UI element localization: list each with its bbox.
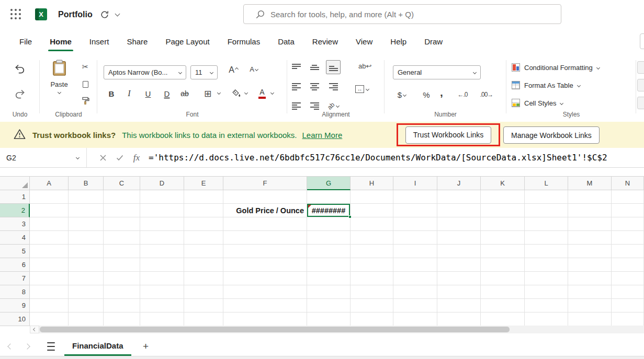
cell-M2[interactable] (568, 204, 612, 217)
cell-A2[interactable] (30, 204, 69, 217)
cell-C3[interactable] (104, 217, 140, 231)
cell-J9[interactable] (437, 299, 481, 312)
cell-I5[interactable] (393, 245, 437, 258)
cell-G9[interactable] (307, 299, 351, 312)
cell-M4[interactable] (568, 231, 612, 245)
cell-L3[interactable] (525, 217, 568, 231)
cell-B7[interactable] (69, 272, 104, 285)
cell-I1[interactable] (393, 190, 437, 204)
cell-M9[interactable] (568, 299, 612, 312)
cell-E10[interactable] (184, 312, 223, 326)
cell-F3[interactable] (223, 217, 307, 231)
scroll-left-button[interactable] (30, 326, 39, 333)
sheet-list-icon[interactable] (47, 341, 55, 352)
cell-K3[interactable] (481, 217, 525, 231)
cell-K8[interactable] (481, 285, 525, 299)
row-header-4[interactable]: 4 (0, 231, 30, 245)
cell-H7[interactable] (351, 272, 393, 285)
cell-I4[interactable] (393, 231, 437, 245)
cell-N8[interactable] (612, 285, 644, 299)
cell-L8[interactable] (525, 285, 568, 299)
cell-K7[interactable] (481, 272, 525, 285)
cell-K5[interactable] (481, 245, 525, 258)
cell-E4[interactable] (184, 231, 223, 245)
cell-F9[interactable] (223, 299, 307, 312)
cell-B5[interactable] (69, 245, 104, 258)
menu-tab-review[interactable]: Review (303, 29, 347, 54)
menu-tab-file[interactable]: File (10, 29, 41, 54)
cell-H2[interactable] (351, 204, 393, 217)
row-header-5[interactable]: 5 (0, 245, 30, 258)
cell-J6[interactable] (437, 258, 481, 272)
manage-workbook-links-button[interactable]: Manage Workbook Links (503, 126, 600, 144)
redo-button[interactable] (12, 86, 28, 102)
cell-J2[interactable] (437, 204, 481, 217)
menu-tab-help[interactable]: Help (381, 29, 415, 54)
cell-F8[interactable] (223, 285, 307, 299)
sheet-tab-financialdata[interactable]: FinancialData (64, 337, 131, 356)
cell-H9[interactable] (351, 299, 393, 312)
format-as-table-button[interactable]: Format As Table (512, 78, 580, 92)
sheet-nav-prev-button[interactable] (4, 344, 17, 349)
cell-K6[interactable] (481, 258, 525, 272)
cell-A3[interactable] (30, 217, 69, 231)
cell-N4[interactable] (612, 231, 644, 245)
menu-tab-view[interactable]: View (347, 29, 381, 54)
column-header-M[interactable]: M (568, 177, 612, 190)
cell-B2[interactable] (69, 204, 104, 217)
column-header-G[interactable]: G (307, 177, 351, 190)
column-header-E[interactable]: E (184, 177, 223, 190)
cell-E7[interactable] (184, 272, 223, 285)
column-header-I[interactable]: I (393, 177, 437, 190)
cell-B3[interactable] (69, 217, 104, 231)
cell-D1[interactable] (140, 190, 184, 204)
scrollbar-thumb[interactable] (40, 327, 510, 332)
cell-J7[interactable] (437, 272, 481, 285)
cell-N9[interactable] (612, 299, 644, 312)
cropped-button-2[interactable] (637, 79, 644, 91)
column-header-N[interactable]: N (612, 177, 644, 190)
cell-G6[interactable] (307, 258, 351, 272)
cell-N1[interactable] (612, 190, 644, 204)
search-input[interactable] (270, 10, 555, 19)
cell-N2[interactable] (612, 204, 644, 217)
formula-input[interactable]: ='https://d.docs.live.net/6bdbfc517c76cc… (149, 153, 607, 163)
align-middle-button[interactable] (307, 60, 322, 74)
horizontal-scrollbar[interactable] (30, 326, 644, 333)
row-header-10[interactable]: 10 (0, 312, 30, 326)
row-header-2[interactable]: 2 (0, 204, 30, 217)
cell-I3[interactable] (393, 217, 437, 231)
cell-K10[interactable] (481, 312, 525, 326)
cell-F4[interactable] (223, 231, 307, 245)
search-box[interactable] (243, 4, 561, 24)
cell-G4[interactable] (307, 231, 351, 245)
cell-F10[interactable] (223, 312, 307, 326)
row-header-8[interactable]: 8 (0, 285, 30, 299)
cell-B10[interactable] (69, 312, 104, 326)
cell-N6[interactable] (612, 258, 644, 272)
cell-A4[interactable] (30, 231, 69, 245)
cell-E8[interactable] (184, 285, 223, 299)
cell-M1[interactable] (568, 190, 612, 204)
undo-button[interactable] (12, 61, 28, 77)
wrap-text-button[interactable]: ab↩ (358, 62, 371, 70)
cell-B6[interactable] (69, 258, 104, 272)
trust-workbook-links-button[interactable]: Trust Workbook Links (405, 126, 492, 144)
cut-button[interactable]: ✂ (78, 61, 92, 73)
cell-C2[interactable] (104, 204, 140, 217)
column-header-A[interactable]: A (30, 177, 69, 190)
conditional-formatting-button[interactable]: Conditional Formatting (512, 60, 600, 75)
cell-A10[interactable] (30, 312, 69, 326)
cell-F5[interactable] (223, 245, 307, 258)
cell-A6[interactable] (30, 258, 69, 272)
cell-C8[interactable] (104, 285, 140, 299)
cell-C1[interactable] (104, 190, 140, 204)
font-family-select[interactable]: Aptos Narrow (Bo... (104, 65, 186, 79)
cell-L9[interactable] (525, 299, 568, 312)
workbook-title[interactable]: Portfolio (58, 10, 93, 19)
cell-A8[interactable] (30, 285, 69, 299)
paste-button[interactable]: Paste (44, 60, 74, 110)
cell-L6[interactable] (525, 258, 568, 272)
cell-F7[interactable] (223, 272, 307, 285)
strikethrough-button[interactable]: ab (177, 86, 193, 101)
